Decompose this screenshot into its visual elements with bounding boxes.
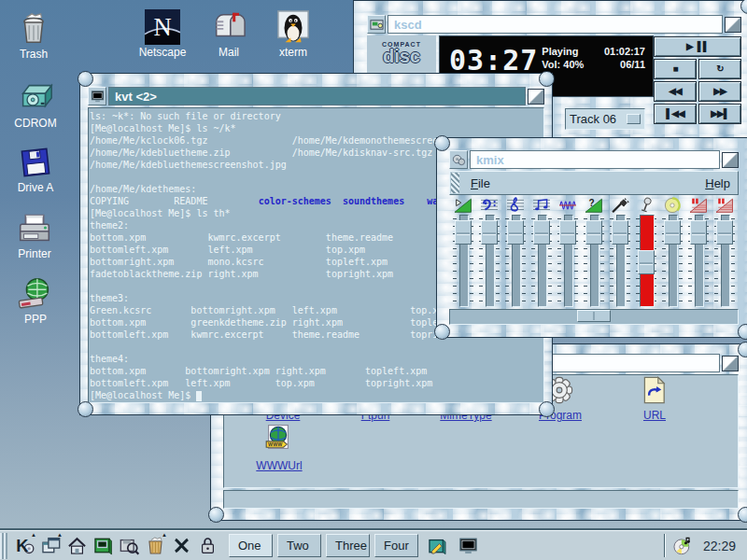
svg-text:?: ? xyxy=(588,198,594,208)
directory-name: soundthemes xyxy=(343,196,404,206)
tray-kscd-icon[interactable] xyxy=(670,534,694,557)
panel-lock-screen-button[interactable] xyxy=(196,534,219,557)
slider-handle[interactable] xyxy=(559,220,576,245)
mute-left-channel-icon[interactable] xyxy=(688,197,709,215)
line-channel-icon[interactable] xyxy=(610,197,630,215)
desktop-icon-ppp[interactable]: PPP xyxy=(2,276,69,326)
slider-handle[interactable] xyxy=(507,220,524,245)
desktop-icon-tux[interactable]: xterm xyxy=(260,9,327,59)
play-pause-button[interactable]: ▶▌▌ xyxy=(654,36,741,57)
slider-handle[interactable] xyxy=(612,220,628,245)
slider-handle[interactable] xyxy=(585,220,602,245)
treble-channel-icon[interactable] xyxy=(505,197,526,215)
corner-knob[interactable] xyxy=(738,324,747,340)
track-selector[interactable]: Track 06 xyxy=(565,108,645,130)
panel-logout-button[interactable] xyxy=(170,534,193,557)
corner-knob[interactable] xyxy=(738,507,747,523)
track-dropdown-button[interactable] xyxy=(627,114,641,124)
kmix-titlebar[interactable]: kmix xyxy=(449,150,739,169)
desktop-icon-netscape[interactable]: NNetscape xyxy=(129,9,196,59)
volume-slider-pcm[interactable] xyxy=(557,215,579,307)
volume-slider-synth[interactable] xyxy=(530,215,553,307)
pager-desktop-three[interactable]: Three xyxy=(326,534,370,557)
desktop-icon-floppy[interactable]: Drive A xyxy=(2,145,69,194)
next-button[interactable]: ▶▶▌ xyxy=(698,104,741,124)
svg-text:K: K xyxy=(16,536,29,555)
corner-knob[interactable] xyxy=(434,324,450,340)
corner-knob[interactable] xyxy=(78,401,93,417)
svg-text:N: N xyxy=(153,13,171,41)
volume-slider-cd[interactable] xyxy=(661,215,684,307)
slider-handle[interactable] xyxy=(664,220,681,245)
slider-handle[interactable] xyxy=(455,220,472,245)
slider-handle[interactable] xyxy=(690,220,707,245)
taskbar-app-kedit[interactable] xyxy=(426,534,449,557)
corner-knob[interactable] xyxy=(539,71,555,87)
kfm-icon-url[interactable] xyxy=(639,375,670,405)
panel-disk-navigator-button[interactable] xyxy=(118,534,141,557)
volume-slider-treble[interactable] xyxy=(504,215,527,307)
desktop-icon-trash[interactable]: Trash xyxy=(0,11,67,61)
stop-button[interactable]: ■ xyxy=(654,59,697,79)
panel-home-folder-button[interactable] xyxy=(65,534,89,557)
unknown-channel-icon[interactable]: ? xyxy=(584,197,604,215)
kfm-icon-wwwurl[interactable]: WWW xyxy=(263,424,295,454)
kscd-window-icon[interactable] xyxy=(367,15,386,34)
kmix-window-icon[interactable] xyxy=(449,150,468,169)
maximize-button[interactable] xyxy=(725,17,741,33)
rewind-button[interactable]: ◀◀ xyxy=(654,81,697,102)
kfm-label-wwwurl[interactable]: WWWUrl xyxy=(245,459,314,472)
volume-slider-volume[interactable] xyxy=(452,215,474,307)
volume-slider-mute-left[interactable] xyxy=(687,215,710,307)
balance-handle[interactable] xyxy=(577,310,611,322)
slider-handle[interactable] xyxy=(638,250,655,274)
taskbar-app-kvt[interactable] xyxy=(457,534,480,557)
panel-k-menu-button[interactable]: K▲ xyxy=(13,534,36,557)
maximize-button[interactable] xyxy=(528,89,544,105)
cd-channel-icon[interactable] xyxy=(662,197,683,215)
microphone-channel-icon[interactable] xyxy=(636,197,656,215)
kvt-titlebar[interactable]: kvt <2> xyxy=(88,87,544,105)
corner-knob[interactable] xyxy=(208,507,224,523)
corner-knob[interactable] xyxy=(78,71,93,87)
corner-knob[interactable] xyxy=(434,135,450,151)
volume-slider-unknown[interactable] xyxy=(583,215,605,307)
slider-handle[interactable] xyxy=(716,220,733,245)
previous-button[interactable]: ▌◀◀ xyxy=(654,104,697,124)
volume-slider-microphone[interactable] xyxy=(635,215,657,307)
kscd-titlebar[interactable]: kscd xyxy=(367,15,741,34)
pager-desktop-four[interactable]: Four xyxy=(374,534,418,557)
volume-channel-icon[interactable] xyxy=(453,197,473,215)
pager-desktop-one[interactable]: One xyxy=(229,534,273,557)
kfm-label-url[interactable]: URL xyxy=(620,409,689,422)
volume-slider-bass[interactable] xyxy=(478,215,500,307)
pcm-channel-icon[interactable] xyxy=(557,197,578,215)
corner-knob[interactable] xyxy=(738,342,747,357)
slider-handle[interactable] xyxy=(533,220,550,245)
volume-slider-mute-right[interactable] xyxy=(713,215,736,307)
desktop-icon-cdrom[interactable]: CDROM xyxy=(2,80,69,130)
menu-file[interactable]: File xyxy=(463,176,498,190)
corner-knob[interactable] xyxy=(539,401,555,417)
panel-window-list-button[interactable]: ▲ xyxy=(39,534,63,557)
menubar-drag-handle[interactable] xyxy=(451,173,459,193)
corner-knob[interactable] xyxy=(740,0,747,14)
panel-applications-button[interactable] xyxy=(92,534,115,557)
desktop-icon-printer[interactable]: Printer xyxy=(1,211,68,260)
kvt-window-icon[interactable] xyxy=(88,87,106,105)
synth-channel-icon[interactable] xyxy=(531,197,552,215)
pager-desktop-two[interactable]: Two xyxy=(277,534,321,557)
menu-help[interactable]: Help xyxy=(698,176,738,190)
maximize-button[interactable] xyxy=(722,356,739,371)
desktop-icon-mail[interactable]: Mail xyxy=(195,9,262,59)
bass-channel-icon[interactable] xyxy=(479,197,500,215)
maximize-button[interactable] xyxy=(722,152,739,168)
mute-right-channel-icon[interactable] xyxy=(714,197,735,215)
panel-templates-button[interactable]: ▲ xyxy=(144,534,167,557)
slider-handle[interactable] xyxy=(481,220,498,245)
loop-button[interactable]: ↻ xyxy=(698,59,741,79)
volume-slider-line[interactable] xyxy=(609,215,631,307)
forward-button[interactable]: ▶▶ xyxy=(698,81,741,102)
panel-hide-handle[interactable] xyxy=(0,533,7,559)
balance-slider[interactable] xyxy=(449,309,739,325)
